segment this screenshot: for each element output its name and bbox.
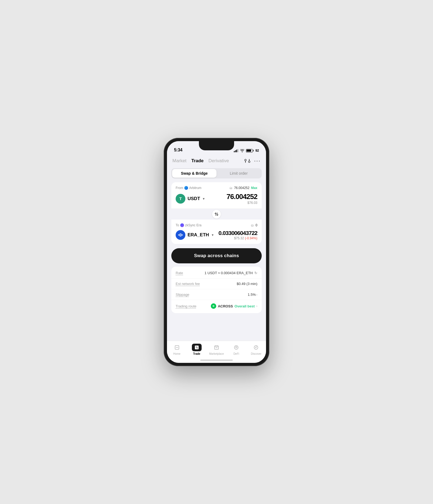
from-token-selector[interactable]: T USDT ▼	[176, 194, 205, 204]
defi-icon	[233, 344, 239, 350]
battery-icon	[246, 149, 254, 152]
battery-pct: 92	[255, 149, 259, 152]
from-token-row: T USDT ▼ 76.004252 $76.03	[176, 193, 257, 205]
discover-icon-wrap	[251, 344, 261, 351]
from-amount-block: 76.004252 $76.03	[227, 193, 257, 205]
zksync-icon	[180, 223, 184, 227]
to-wallet-icon: 🗂	[251, 224, 254, 227]
from-section: From Arbitrum 🗂 76.004252 Max T USDT	[171, 182, 262, 209]
nav-discover[interactable]: Discover	[246, 344, 266, 355]
nav-tabs: Market Trade Derivative	[172, 158, 229, 164]
header-nav: Market Trade Derivative ···	[167, 155, 266, 168]
trade-label: Trade	[193, 352, 200, 355]
swap-direction-button[interactable]	[212, 210, 221, 218]
route-label: Trading route	[176, 304, 196, 308]
signal-icon	[234, 149, 238, 152]
trade-icon	[194, 344, 200, 350]
nav-trade[interactable]: Trade	[187, 344, 206, 355]
from-label-text: From	[176, 186, 183, 190]
slippage-value[interactable]: 1.5% ›	[248, 293, 257, 297]
slippage-row: Slippage 1.5% ›	[171, 289, 262, 300]
phone-frame: 5:34	[164, 138, 269, 366]
to-amount-change: (-0.94%)	[245, 236, 257, 240]
tab-row: Swap & Bridge Limit order	[171, 168, 262, 178]
svg-point-7	[248, 161, 250, 163]
nav-home[interactable]: Home	[167, 344, 187, 355]
from-balance-section: 🗂 76.004252 Max	[229, 186, 257, 190]
defi-label: DeFi	[234, 352, 239, 355]
phone-screen: 5:34	[167, 141, 266, 363]
marketplace-icon-wrap	[212, 344, 221, 351]
route-row[interactable]: Trading route ✕ ACROSS Overall best ›	[171, 300, 262, 312]
swap-card: From Arbitrum 🗂 76.004252 Max T USDT	[171, 182, 262, 244]
swap-bridge-tab[interactable]: Swap & Bridge	[172, 169, 216, 178]
swap-arrows-icon	[214, 212, 219, 217]
from-chain-name: Arbitrum	[189, 186, 201, 190]
slippage-chevron: ›	[256, 293, 257, 297]
filter-icon[interactable]	[244, 158, 250, 164]
max-button[interactable]: Max	[251, 186, 257, 190]
home-icon	[174, 344, 180, 350]
nav-marketplace[interactable]: Marketplace	[206, 344, 226, 355]
slippage-label: Slippage	[176, 293, 189, 297]
more-icon[interactable]: ···	[254, 157, 261, 164]
arbitrum-icon	[184, 186, 188, 190]
to-chain-label: To zkSync Era 🗂 0	[176, 223, 257, 227]
home-label: Home	[173, 352, 181, 355]
details-card: Rate 1 USDT ≈ 0.000434 ERA_ETH ↻ Est net…	[171, 267, 262, 313]
era-logo	[176, 230, 185, 240]
to-token-selector[interactable]: ERA_ETH ▼	[176, 230, 214, 240]
home-icon-wrap	[172, 344, 182, 351]
to-amount-block: 0.033006043722 $75.32 (-0.94%)	[218, 230, 257, 240]
defi-icon-wrap	[231, 344, 241, 351]
from-amount: 76.004252	[227, 193, 257, 201]
limit-order-tab[interactable]: Limit order	[216, 169, 261, 178]
home-indicator	[200, 360, 233, 361]
svg-rect-2	[236, 150, 237, 152]
to-chain-name: zkSync Era	[185, 223, 202, 227]
rate-row: Rate 1 USDT ≈ 0.000434 ERA_ETH ↻	[171, 268, 262, 278]
to-label-text: To	[176, 223, 179, 227]
nav-trade[interactable]: Trade	[191, 158, 204, 164]
status-icons: 92	[234, 149, 259, 152]
nav-derivative[interactable]: Derivative	[208, 158, 229, 164]
route-value: ✕ ACROSS Overall best ›	[211, 303, 257, 309]
rate-value: 1 USDT ≈ 0.000434 ERA_ETH ↻	[205, 271, 257, 275]
discover-label: Discover	[251, 352, 261, 355]
nav-defi[interactable]: DeFi	[227, 344, 246, 355]
swap-button-wrap: Swap across chains	[167, 248, 266, 263]
svg-rect-1	[235, 150, 236, 152]
to-token-row: ERA_ETH ▼ 0.033006043722 $75.32 (-0.94%)	[176, 230, 257, 240]
svg-point-12	[254, 346, 258, 349]
marketplace-label: Marketplace	[209, 352, 224, 355]
to-token-chevron: ▼	[211, 233, 214, 237]
app-content: Market Trade Derivative ···	[167, 155, 266, 341]
to-amount-usd: $75.32 (-0.94%)	[218, 236, 257, 240]
to-amount: 0.033006043722	[218, 230, 257, 236]
to-balance-section: 🗂 0	[251, 223, 257, 227]
trade-icon-wrap	[192, 344, 202, 351]
swap-across-chains-button[interactable]: Swap across chains	[171, 248, 262, 263]
svg-rect-3	[237, 149, 238, 152]
svg-rect-0	[234, 151, 235, 152]
svg-point-6	[245, 159, 246, 161]
wallet-icon: 🗂	[229, 186, 232, 190]
from-token-chevron: ▼	[202, 197, 205, 200]
refresh-icon[interactable]: ↻	[254, 271, 257, 275]
wifi-icon	[240, 149, 244, 152]
route-chevron: ›	[256, 304, 257, 308]
rate-label: Rate	[176, 271, 183, 275]
nav-market[interactable]: Market	[172, 158, 186, 164]
usdt-logo: T	[176, 194, 185, 204]
discover-icon	[253, 344, 259, 350]
overall-best-label: Overall best	[235, 304, 255, 308]
from-token-name: USDT	[188, 196, 200, 201]
header-actions: ···	[244, 157, 261, 164]
svg-rect-9	[176, 347, 178, 348]
to-balance: 0	[255, 223, 257, 227]
from-balance: 76.004252	[234, 186, 250, 190]
content-spacer	[167, 313, 266, 341]
notch	[199, 141, 234, 150]
from-amount-usd: $76.03	[227, 201, 257, 205]
marketplace-icon	[214, 344, 219, 350]
